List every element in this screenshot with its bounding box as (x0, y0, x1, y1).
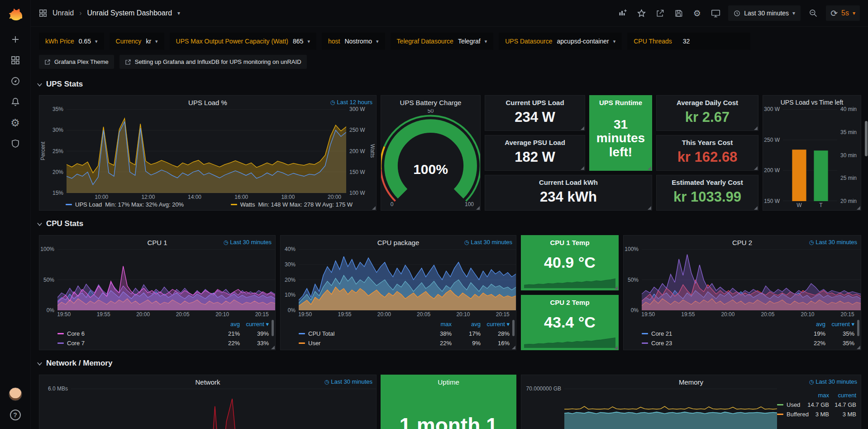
chart-plot[interactable] (642, 249, 861, 310)
variable-value[interactable]: apcupsd-container (557, 38, 609, 45)
sidebar-configuration-button[interactable]: ⚙ (0, 112, 31, 133)
panel-title[interactable]: UPS Load % (188, 99, 227, 106)
time-override-link[interactable]: ◷Last 30 minutes (464, 239, 512, 246)
help-button[interactable]: ? (0, 405, 31, 425)
dashboard-link[interactable]: Setting up Grafana and InfluxDB for UPS … (119, 55, 307, 69)
breadcrumb-root[interactable]: Unraid (52, 9, 74, 17)
chart-plot[interactable] (67, 109, 346, 193)
legend-sort-column-current[interactable]: current ▾ (481, 321, 510, 328)
user-avatar-button[interactable] (0, 384, 31, 405)
stat-title[interactable]: Average PSU Load (505, 139, 565, 146)
stat-title[interactable]: UPS Runtime (599, 99, 642, 106)
legend-sort-column-avg[interactable]: avg (211, 321, 240, 328)
panel-title[interactable]: Uptime (438, 378, 459, 386)
series-name[interactable]: Core 7 (67, 340, 85, 347)
legend-scrollbar[interactable] (512, 320, 515, 336)
legend-sort-column-current[interactable]: current ▾ (240, 321, 269, 328)
sidebar-server-admin-button[interactable] (0, 133, 31, 154)
breadcrumb-caret-icon[interactable]: ▾ (177, 10, 180, 16)
dashboard-settings-button[interactable]: ⚙ (691, 7, 703, 19)
legend-sort-column-max[interactable]: max (802, 392, 829, 399)
series-name[interactable]: Used (787, 401, 800, 408)
variable-telegraf-datasource[interactable]: Telegraf DatasourceTelegraf▾ (391, 33, 494, 50)
breadcrumb-current[interactable]: Unraid System Dashboard (87, 9, 172, 17)
panel-title[interactable]: UPS Battery Charge (400, 99, 462, 106)
legend-header-row: maxavgcurrent ▾ (299, 319, 510, 329)
zoom-out-button[interactable] (807, 7, 819, 19)
variable-value[interactable]: 0.65 (79, 38, 91, 45)
sidebar-explore-button[interactable] (0, 71, 31, 92)
chart-plot[interactable] (57, 249, 275, 310)
series-name[interactable]: Watts (240, 201, 255, 208)
series-name[interactable]: Core 6 (67, 330, 85, 337)
variable-value[interactable]: Nostromo (344, 38, 372, 45)
legend-value: 22% (423, 340, 452, 347)
refresh-picker[interactable]: ⟳ 5s ▾ (826, 5, 860, 21)
panel-title[interactable]: UPS Load vs Time left (781, 99, 844, 106)
chart-plot[interactable] (564, 389, 777, 429)
section-network-memory[interactable]: Network / Memory (36, 359, 112, 368)
star-button[interactable] (635, 7, 647, 19)
scrollbar-thumb[interactable] (865, 121, 868, 156)
section-ups-stats[interactable]: UPS Stats (36, 80, 83, 89)
panel-title[interactable]: CPU package (377, 239, 420, 246)
variable-value[interactable]: Telegraf (458, 38, 481, 45)
kiosk-mode-button[interactable] (710, 7, 721, 19)
save-button[interactable] (672, 7, 684, 19)
variable-kwh-price[interactable]: kWh Price0.65▾ (39, 33, 104, 50)
series-name[interactable]: User (308, 340, 320, 347)
chart-plot[interactable] (783, 109, 837, 201)
legend-sort-column-avg[interactable]: avg (796, 321, 825, 328)
sidebar-alerting-button[interactable] (0, 92, 31, 112)
panel-title[interactable]: CPU 1 (147, 239, 167, 246)
variable-host[interactable]: hostNostromo▾ (322, 33, 385, 50)
series-name[interactable]: Core 21 (651, 330, 672, 337)
panel-title[interactable]: Memory (679, 378, 703, 386)
add-panel-button[interactable] (617, 7, 629, 19)
time-override-link[interactable]: ◷Last 12 hours (330, 99, 372, 106)
sidebar-dashboards-button[interactable] (0, 50, 31, 71)
variable-cpu-threads[interactable]: CPU Threads32 (627, 33, 750, 50)
stat-title[interactable]: Current Load kWh (539, 178, 598, 186)
panel-title[interactable]: Network (195, 378, 220, 386)
variable-currency[interactable]: Currencykr▾ (110, 33, 164, 50)
variable-value[interactable]: kr (146, 38, 151, 45)
dashboard-link[interactable]: Grafana Plex Theme (39, 55, 114, 69)
section-cpu-stats[interactable]: CPU Stats (36, 219, 83, 228)
panel-estimated-yearly-cost: Estimated Yearly Cost kr 1033.99 (656, 175, 758, 211)
panel-title[interactable]: CPU 2 (732, 239, 752, 246)
stat-title[interactable]: This Years Cost (682, 139, 733, 146)
stat-title[interactable]: Current UPS Load (506, 99, 564, 106)
time-range-picker[interactable]: Last 30 minutes ▾ (728, 5, 801, 21)
sidebar-create-button[interactable] (0, 29, 31, 50)
stat-title[interactable]: Estimated Yearly Cost (672, 178, 743, 186)
share-button[interactable] (654, 7, 666, 19)
legend-sort-column-current[interactable]: current (829, 392, 856, 399)
legend-scrollbar[interactable] (857, 320, 859, 336)
chart-plot[interactable] (71, 389, 376, 429)
page-scrollbar[interactable] (864, 53, 868, 429)
legend-item[interactable]: WattsMin: 148 W Max: 278 W Avg: 175 W (231, 201, 353, 208)
variable-ups-max-output-power-capacity-watt-[interactable]: UPS Max Output Power Capacity (Watt)865▾ (170, 33, 316, 50)
legend-sort-column-avg[interactable]: avg (452, 321, 481, 328)
time-override-link[interactable]: ◷Last 30 minutes (809, 239, 857, 246)
time-override-link[interactable]: ◷Last 30 minutes (324, 378, 372, 385)
chart-plot[interactable] (299, 249, 516, 310)
variable-value[interactable]: 32 (683, 38, 690, 45)
series-name[interactable]: Core 23 (651, 340, 672, 347)
stat-title[interactable]: CPU 2 Temp (550, 299, 589, 306)
variable-ups-datasource[interactable]: UPS Datasourceapcupsd-container▾ (499, 33, 622, 50)
time-override-link[interactable]: ◷Last 30 minutes (224, 239, 272, 246)
time-override-link[interactable]: ◷Last 30 minutes (809, 378, 857, 385)
legend-item[interactable]: UPS LoadMin: 17% Max: 32% Avg: 20% (66, 201, 184, 208)
legend-sort-column-max[interactable]: max (423, 321, 452, 328)
stat-title[interactable]: Average Daily Cost (677, 99, 738, 106)
stat-title[interactable]: CPU 1 Temp (550, 239, 589, 246)
apps-grid-icon[interactable] (39, 9, 47, 17)
legend-scrollbar[interactable] (272, 320, 274, 336)
grafana-logo[interactable] (0, 0, 31, 29)
series-name[interactable]: CPU Total (308, 330, 334, 337)
series-name[interactable]: UPS Load (75, 201, 102, 208)
legend-sort-column-current[interactable]: current ▾ (825, 321, 854, 328)
variable-value[interactable]: 865 (293, 38, 303, 45)
